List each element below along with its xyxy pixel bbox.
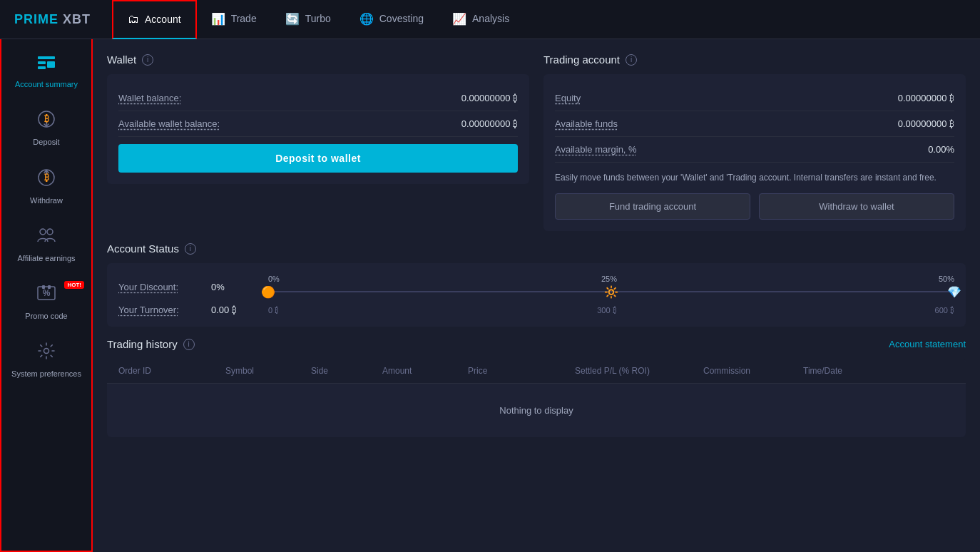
svg-point-8	[40, 229, 46, 235]
sidebar-account-summary-label: Account summary	[15, 79, 78, 89]
tier-icon-2: 💎	[947, 285, 961, 299]
turnover-amounts: 0 ₿ 300 ₿ 600 ₿	[268, 306, 954, 315]
account-status-info-icon[interactable]: i	[185, 243, 196, 255]
tier-icon-1: 🔆	[604, 285, 618, 299]
trading-account-title: Trading account i	[543, 53, 966, 66]
trading-history-table: Order ID Symbol Side Amount Price Settle…	[107, 359, 966, 437]
discount-label[interactable]: Your Discount:	[118, 282, 211, 292]
affiliate-icon	[36, 226, 56, 249]
sidebar-item-affiliate[interactable]: Affiliate earnings	[1, 218, 91, 272]
discount-pcts: 0% 25% 50%	[268, 275, 954, 283]
trading-history-section: Trading history i Account statement Orde…	[107, 338, 966, 437]
trading-history-title-text: Trading history	[107, 338, 178, 350]
trading-account-card: Equity 0.00000000 ₿ Available funds 0.00…	[543, 74, 966, 231]
account-statement-link[interactable]: Account statement	[889, 339, 966, 349]
trading-account-title-text: Trading account	[543, 53, 620, 66]
account-summary-icon	[36, 55, 56, 75]
available-funds-label[interactable]: Available funds	[555, 118, 618, 129]
trading-history-info-icon[interactable]: i	[183, 339, 195, 350]
progress-bar-row: 🟠 🔆 💎	[268, 285, 954, 299]
equity-row: Equity 0.00000000 ₿	[555, 86, 954, 111]
col-symbol: Symbol	[225, 366, 311, 376]
fund-trading-button[interactable]: Fund trading account	[555, 193, 750, 220]
deposit-icon: ₿	[37, 110, 56, 133]
hot-badge: HOT!	[64, 281, 84, 289]
col-time: Time/Date	[803, 366, 954, 376]
wallet-title-text: Wallet	[107, 53, 136, 66]
wallet-section: Wallet i Wallet balance: 0.00000000 ₿ Av…	[107, 53, 529, 231]
trading-info-text: Easily move funds between your 'Wallet' …	[555, 171, 954, 185]
promo-icon: %	[36, 284, 56, 307]
svg-rect-3	[38, 66, 46, 69]
wallet-balance-label[interactable]: Wallet balance:	[118, 93, 181, 103]
col-pnl: Settled P/L (% ROI)	[575, 366, 703, 376]
equity-label[interactable]: Equity	[555, 93, 581, 103]
wallet-info-icon[interactable]: i	[142, 54, 153, 66]
sidebar-promo-label: Promo code	[25, 311, 67, 321]
withdraw-icon: ₿	[37, 168, 56, 191]
wallet-card: Wallet balance: 0.00000000 ₿ Available w…	[107, 74, 529, 184]
svg-point-9	[47, 229, 53, 235]
available-funds-row: Available funds 0.00000000 ₿	[555, 111, 954, 137]
nav-covesting-label: Covesting	[379, 13, 424, 24]
top-navigation: PRIME XBT 🗂 Account 📊 Trade 🔄 Turbo 🌐 Co…	[0, 0, 980, 39]
trading-history-header: Trading history i Account statement	[107, 338, 966, 350]
discount-value: 0%	[211, 282, 268, 292]
wallet-balance-row: Wallet balance: 0.00000000 ₿	[118, 86, 518, 111]
nav-analysis[interactable]: 📈 Analysis	[438, 0, 524, 39]
svg-rect-13	[48, 285, 51, 289]
col-price: Price	[468, 366, 575, 376]
turnover-row: Your Turnover: 0.00 ₿ 0 ₿ 300 ₿ 600 ₿	[118, 305, 954, 315]
col-commission: Commission	[703, 366, 803, 376]
sidebar-item-deposit[interactable]: ₿ Deposit	[1, 101, 91, 155]
nav-covesting[interactable]: 🌐 Covesting	[345, 0, 438, 39]
svg-text:%: %	[43, 288, 51, 298]
discount-progress-area: 0% 25% 50% 🟠 🔆 💎	[268, 275, 954, 299]
nav-turbo-label: Turbo	[305, 13, 331, 24]
sidebar-item-promo[interactable]: HOT! % Promo code	[1, 275, 91, 329]
margin-value: 0.00%	[928, 144, 954, 155]
turnover-label[interactable]: Your Turnover:	[118, 305, 211, 315]
sidebar-preferences-label: System preferences	[11, 369, 81, 379]
svg-rect-1	[38, 61, 46, 64]
analysis-icon: 📈	[452, 12, 466, 26]
trading-action-buttons: Fund trading account Withdraw to wallet	[555, 193, 954, 220]
col-amount: Amount	[382, 366, 468, 376]
sidebar: Account summary ₿ Deposit ₿	[0, 39, 93, 552]
nav-account-label: Account	[145, 14, 181, 25]
account-status-card: Your Discount: 0% 0% 25% 50% 🟠	[107, 263, 966, 327]
table-empty-message: Nothing to display	[107, 384, 966, 437]
sidebar-affiliate-label: Affiliate earnings	[17, 253, 75, 263]
svg-rect-12	[42, 285, 45, 289]
account-status-section: Account Status i Your Discount: 0% 0% 25…	[107, 242, 966, 327]
sidebar-item-preferences[interactable]: System preferences	[1, 333, 91, 387]
nav-trade[interactable]: 📊 Trade	[197, 0, 271, 39]
turbo-icon: 🔄	[285, 12, 300, 26]
preferences-icon	[37, 342, 56, 364]
nav-account[interactable]: 🗂 Account	[112, 0, 197, 39]
nav-analysis-label: Analysis	[472, 13, 509, 24]
turnover-tiers: 0 ₿ 300 ₿ 600 ₿	[268, 306, 954, 315]
svg-point-14	[44, 349, 49, 354]
sidebar-deposit-label: Deposit	[33, 137, 59, 147]
col-side: Side	[311, 366, 382, 376]
wallet-available-label[interactable]: Available wallet balance:	[118, 118, 220, 129]
deposit-button[interactable]: Deposit to wallet	[118, 144, 518, 173]
table-header-row: Order ID Symbol Side Amount Price Settle…	[107, 359, 966, 384]
sidebar-item-account-summary[interactable]: Account summary	[1, 46, 91, 98]
logo-xbt: XBT	[58, 12, 91, 26]
sidebar-item-withdraw[interactable]: ₿ Withdraw	[1, 160, 91, 214]
trading-account-info-icon[interactable]: i	[626, 54, 637, 66]
svg-rect-0	[38, 56, 55, 59]
trade-icon: 📊	[211, 12, 225, 26]
equity-value: 0.00000000 ₿	[898, 93, 954, 103]
margin-label[interactable]: Available margin, %	[555, 144, 637, 155]
withdraw-to-wallet-button[interactable]: Withdraw to wallet	[759, 193, 954, 220]
nav-turbo[interactable]: 🔄 Turbo	[271, 0, 345, 39]
available-funds-value: 0.00000000 ₿	[898, 118, 954, 129]
account-status-title: Account Status i	[107, 242, 966, 255]
turnover-value: 0.00 ₿	[211, 305, 268, 315]
tier-icon-0: 🟠	[261, 285, 275, 299]
trading-account-section: Trading account i Equity 0.00000000 ₿ Av…	[543, 53, 966, 231]
wallet-balance-value: 0.00000000 ₿	[461, 93, 518, 103]
